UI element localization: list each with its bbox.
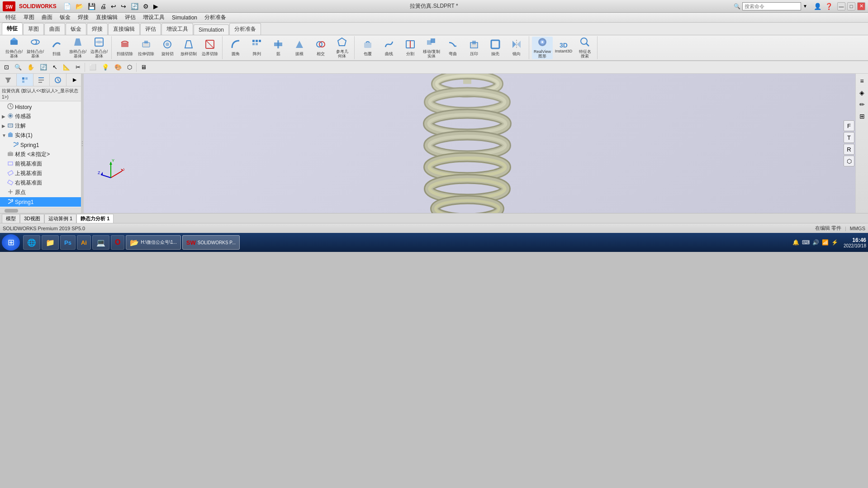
right-view-btn[interactable]: R — [844, 144, 854, 155]
lp-tab-confman[interactable] — [50, 74, 66, 86]
tree-item-origin[interactable]: 原点 — [0, 188, 83, 197]
tree-item-spring1-feat[interactable]: Spring1 — [0, 197, 83, 207]
menu-tezheng[interactable]: 特征 — [2, 13, 20, 22]
tree-file-header[interactable]: 拉簧仿真 (默认人<<默认人>_显示状态 1>) — [0, 86, 83, 101]
tab-pinggu[interactable]: 评估 — [140, 23, 161, 35]
start-button[interactable]: ⊞ — [2, 234, 20, 251]
bend-btn[interactable]: 弯曲 — [442, 37, 463, 59]
loft-cut-btn[interactable]: 放样切制 — [178, 37, 199, 59]
bottom-tab-static[interactable]: 静态力分析 1 — [76, 214, 114, 223]
intersect-btn[interactable]: 相交 — [310, 37, 331, 59]
menu-simulation[interactable]: Simulation — [168, 14, 201, 22]
taskbar-explorer-btn[interactable]: 📂 H:\微信公众号\1... — [126, 235, 180, 250]
close-button[interactable]: ✕ — [857, 2, 865, 10]
tab-analysis[interactable]: 分析准备 — [229, 23, 261, 35]
left-panel-scrollbar[interactable] — [0, 208, 83, 213]
menu-qumian[interactable]: 曲面 — [38, 13, 56, 22]
menu-pinggu[interactable]: 评估 — [121, 13, 139, 22]
tab-qumian[interactable]: 曲面 — [44, 23, 65, 35]
top-view-btn[interactable]: T — [844, 132, 854, 143]
save-icon[interactable]: 💾 — [86, 3, 97, 10]
scene-icon[interactable]: ⬡ — [125, 62, 134, 72]
lp-tab-propman[interactable] — [33, 74, 50, 86]
bottom-tab-motion[interactable]: 运动算例 1 — [44, 214, 76, 223]
user-icon[interactable]: 👤 — [813, 3, 822, 10]
move-copy-btn[interactable]: 移动/复制实体 — [421, 37, 442, 59]
panel-resizer[interactable] — [81, 74, 83, 213]
menu-caotu[interactable]: 草图 — [20, 13, 38, 22]
lp-tab-featureman[interactable] — [17, 74, 33, 86]
taskbar-misc1-btn[interactable]: 💻 — [92, 235, 109, 250]
rib-btn[interactable]: 筋 — [268, 37, 289, 59]
extrude-cut-btn[interactable]: 拉伸切除 — [136, 37, 157, 59]
tree-item-annotation[interactable]: ▶ 注解 — [0, 121, 83, 131]
emboss-btn[interactable]: 压印 — [464, 37, 484, 59]
taskbar-ie-btn[interactable]: 🌐 — [23, 235, 40, 250]
rotate-view-icon[interactable]: 🔄 — [38, 62, 49, 72]
taskbar-sw-btn[interactable]: SW SOLIDWORKS P... — [182, 235, 240, 250]
open-file-icon[interactable]: 📂 — [74, 3, 85, 10]
bottom-tab-model[interactable]: 模型 — [2, 214, 20, 223]
rp-sketch-btn[interactable]: ✏ — [857, 99, 868, 110]
viewport[interactable]: X Y Z F T R ⬡ — [84, 74, 855, 213]
iso-view-btn[interactable]: ⬡ — [844, 156, 854, 166]
search-input[interactable] — [742, 2, 801, 10]
menu-tools[interactable]: 增设工具 — [139, 13, 168, 22]
tree-item-history[interactable]: History — [0, 102, 83, 112]
view-settings-icon[interactable]: 🖥 — [138, 62, 149, 72]
shell-btn[interactable]: 抽壳 — [485, 37, 506, 59]
tree-item-spring1-body[interactable]: Spring1 — [5, 140, 83, 150]
tab-simulation[interactable]: Simulation — [194, 24, 229, 35]
pan-icon[interactable]: ✋ — [25, 62, 37, 72]
tab-tezheng[interactable]: 特征 — [2, 23, 23, 35]
wrap-btn[interactable]: 包覆 — [357, 37, 378, 59]
mirror-btn[interactable]: 镜向 — [506, 37, 527, 59]
tree-item-body-group[interactable]: ▼ 实体(1) — [0, 131, 83, 140]
instant3d-btn[interactable]: 3D Instant3D — [553, 37, 574, 59]
menu-analysis[interactable]: 分析准备 — [201, 13, 230, 22]
sweep-boss-btn[interactable]: 扫描 — [46, 37, 67, 59]
tree-item-sensor[interactable]: ▶ 传感器 — [0, 112, 83, 121]
print-icon[interactable]: 🖨 — [99, 3, 108, 10]
rp-feature-btn[interactable]: ◈ — [857, 87, 868, 98]
bottom-tab-3dview[interactable]: 3D视图 — [20, 214, 44, 223]
taskbar-ai-btn[interactable]: Ai — [77, 235, 91, 250]
rp-properties-btn[interactable]: ≡ — [857, 76, 868, 86]
options-icon[interactable]: ⚙ — [142, 3, 150, 10]
revolve-boss-btn[interactable]: 旋转凸台/基体 — [25, 37, 46, 59]
lp-tab-filter[interactable] — [0, 74, 17, 86]
tab-tools[interactable]: 增设工具 — [161, 23, 193, 35]
curve-btn[interactable]: 曲线 — [379, 37, 399, 59]
left-panel-scrollbar-thumb[interactable] — [5, 209, 18, 213]
tree-item-top-plane[interactable]: 上视基准面 — [0, 169, 83, 178]
search-dropdown-icon[interactable]: ▼ — [803, 4, 807, 9]
split-btn[interactable]: 分割 — [400, 37, 421, 59]
appearance-icon[interactable]: 🎨 — [112, 62, 124, 72]
zoom-fit-icon[interactable]: ⊡ — [2, 62, 11, 72]
zoom-in-icon[interactable]: 🔍 — [12, 62, 24, 72]
loft-boss-btn[interactable]: 放样凸台/基体 — [67, 37, 88, 59]
tab-banjin[interactable]: 钣金 — [66, 23, 86, 35]
measure-icon[interactable]: 📐 — [61, 62, 72, 72]
taskbar-misc2-btn[interactable]: O — [111, 235, 124, 250]
display-mode-icon[interactable]: ⬜ — [87, 62, 99, 72]
tab-caotu[interactable]: 草图 — [23, 23, 44, 35]
taskbar-ps-btn[interactable]: Ps — [60, 235, 76, 250]
rebuild-icon[interactable]: 🔄 — [129, 3, 140, 10]
maximize-button[interactable]: □ — [847, 2, 855, 10]
ref-geo-btn[interactable]: 参考几何体 — [332, 37, 352, 59]
boundary-cut-btn[interactable]: 边界切除 — [199, 37, 220, 59]
new-file-icon[interactable]: 📄 — [62, 3, 72, 10]
select-icon[interactable]: ↖ — [50, 62, 60, 72]
tab-hanjie[interactable]: 焊接 — [87, 23, 108, 35]
menu-hanjie[interactable]: 焊接 — [74, 13, 92, 22]
draft-btn[interactable]: 拔模 — [289, 37, 310, 59]
revolve-cut-btn[interactable]: 旋转切 — [157, 37, 178, 59]
front-view-btn[interactable]: F — [844, 120, 854, 131]
extrude-boss-btn[interactable]: 拉伸凸台/基体 — [4, 37, 24, 59]
expand-icon[interactable]: ▶ — [152, 3, 160, 10]
array-btn[interactable]: 阵列 — [247, 37, 267, 59]
menu-banjin[interactable]: 钣金 — [56, 13, 74, 22]
minimize-button[interactable]: — — [837, 2, 845, 10]
feature-search-btn[interactable]: 特征名搜索 — [574, 37, 595, 59]
